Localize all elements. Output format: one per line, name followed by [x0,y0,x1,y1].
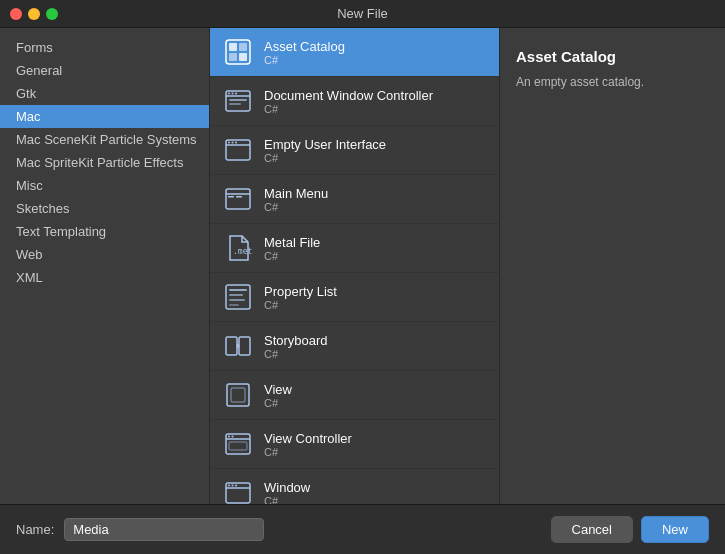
file-icon-view [222,379,254,411]
sidebar: FormsGeneralGtkMacMac SceneKit Particle … [0,28,210,504]
svg-point-36 [232,436,234,438]
file-type-window: C# [264,495,310,505]
file-type-metal-file: C# [264,250,320,262]
svg-point-14 [228,142,230,144]
file-icon-storyboard [222,330,254,362]
file-type-empty-user-interface: C# [264,152,386,164]
svg-rect-28 [226,337,237,355]
file-name-document-window-controller: Document Window Controller [264,88,433,103]
file-type-main-menu: C# [264,201,328,213]
file-type-view-controller: C# [264,446,352,458]
svg-rect-4 [239,53,247,61]
svg-rect-3 [229,53,237,61]
file-type-asset-catalog: C# [264,54,345,66]
sidebar-item-text-templating[interactable]: Text Templating [0,220,209,243]
svg-rect-10 [229,99,247,101]
window-title: New File [337,6,388,21]
file-item-storyboard[interactable]: StoryboardC# [210,322,499,371]
file-name-property-list: Property List [264,284,337,299]
svg-rect-37 [229,442,247,450]
detail-title: Asset Catalog [516,48,709,65]
file-name-storyboard: Storyboard [264,333,328,348]
svg-point-8 [232,93,234,95]
sidebar-item-web[interactable]: Web [0,243,209,266]
svg-rect-20 [236,196,242,198]
svg-rect-26 [229,299,245,301]
svg-rect-27 [229,304,239,306]
sidebar-item-forms[interactable]: Forms [0,36,209,59]
svg-rect-17 [226,189,250,209]
svg-point-9 [235,93,237,95]
svg-rect-32 [231,388,245,402]
svg-point-41 [232,485,234,487]
file-type-view: C# [264,397,292,409]
cancel-button[interactable]: Cancel [551,516,633,543]
file-name-asset-catalog: Asset Catalog [264,39,345,54]
file-item-property-list[interactable]: Property ListC# [210,273,499,322]
traffic-lights [10,8,58,20]
file-icon-window [222,477,254,504]
sidebar-item-sketches[interactable]: Sketches [0,197,209,220]
sidebar-item-general[interactable]: General [0,59,209,82]
file-name-view-controller: View Controller [264,431,352,446]
detail-panel: Asset Catalog An empty asset catalog. [500,28,725,504]
svg-rect-31 [227,384,249,406]
detail-description: An empty asset catalog. [516,73,709,91]
svg-point-16 [235,142,237,144]
sidebar-item-gtk[interactable]: Gtk [0,82,209,105]
file-icon-view-controller [222,428,254,460]
name-input[interactable] [64,518,264,541]
file-name-empty-user-interface: Empty User Interface [264,137,386,152]
file-icon-metal-file: .metal [222,232,254,264]
sidebar-item-mac[interactable]: Mac [0,105,209,128]
file-item-main-menu[interactable]: Main MenuC# [210,175,499,224]
svg-point-35 [228,436,230,438]
sidebar-item-misc[interactable]: Misc [0,174,209,197]
svg-rect-24 [229,289,247,291]
file-name-window: Window [264,480,310,495]
file-name-view: View [264,382,292,397]
file-type-storyboard: C# [264,348,328,360]
bottom-bar: Name: Cancel New [0,504,725,554]
svg-rect-11 [229,103,241,105]
svg-point-7 [228,93,230,95]
file-item-empty-user-interface[interactable]: Empty User InterfaceC# [210,126,499,175]
bottom-buttons: Cancel New [551,516,709,543]
title-bar: New File [0,0,725,28]
svg-rect-19 [228,196,234,198]
file-type-document-window-controller: C# [264,103,433,115]
file-type-property-list: C# [264,299,337,311]
file-icon-property-list [222,281,254,313]
file-icon-document-window-controller [222,85,254,117]
file-icon-main-menu [222,183,254,215]
sidebar-item-mac-spritekit[interactable]: Mac SpriteKit Particle Effects [0,151,209,174]
svg-text:.metal: .metal [233,247,252,256]
sidebar-item-mac-scenekit[interactable]: Mac SceneKit Particle Systems [0,128,209,151]
file-item-document-window-controller[interactable]: Document Window ControllerC# [210,77,499,126]
file-icon-empty-user-interface [222,134,254,166]
minimize-button[interactable] [28,8,40,20]
file-item-window[interactable]: WindowC# [210,469,499,504]
file-list: Asset CatalogC# Document Window Controll… [210,28,500,504]
svg-rect-29 [239,337,250,355]
file-item-view[interactable]: ViewC# [210,371,499,420]
svg-rect-1 [229,43,237,51]
svg-rect-25 [229,294,243,296]
file-icon-asset-catalog [222,36,254,68]
new-button[interactable]: New [641,516,709,543]
svg-point-40 [228,485,230,487]
file-name-metal-file: Metal File [264,235,320,250]
sidebar-item-xml[interactable]: XML [0,266,209,289]
svg-point-15 [232,142,234,144]
close-button[interactable] [10,8,22,20]
svg-rect-2 [239,43,247,51]
main-content: FormsGeneralGtkMacMac SceneKit Particle … [0,28,725,504]
file-item-asset-catalog[interactable]: Asset CatalogC# [210,28,499,77]
file-item-metal-file[interactable]: .metal Metal FileC# [210,224,499,273]
svg-point-42 [235,485,237,487]
file-item-view-controller[interactable]: View ControllerC# [210,420,499,469]
file-name-main-menu: Main Menu [264,186,328,201]
name-label: Name: [16,522,54,537]
maximize-button[interactable] [46,8,58,20]
